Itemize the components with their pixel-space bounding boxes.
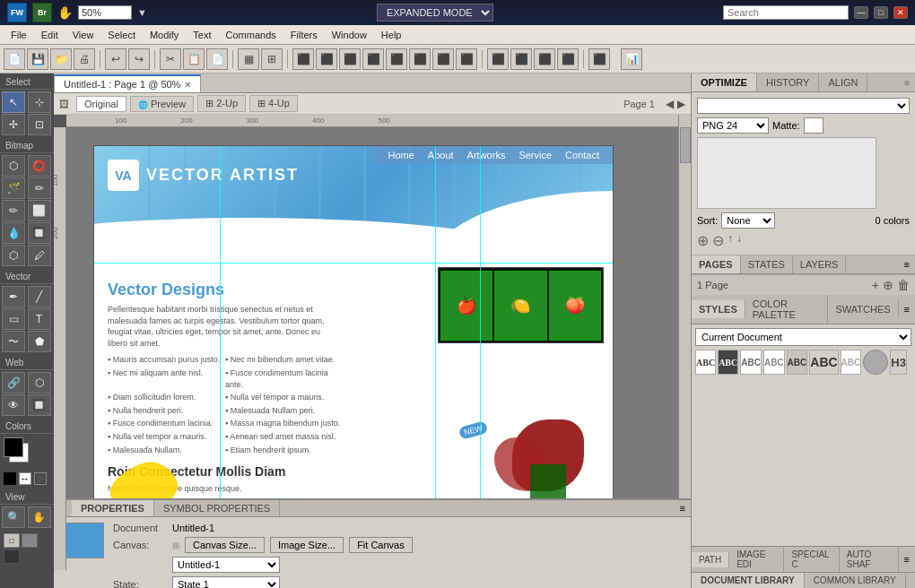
style-swatch-2[interactable]: ABC — [718, 350, 738, 375]
default-colors-btn[interactable] — [4, 472, 16, 485]
nav-about[interactable]: About — [428, 150, 454, 160]
special-chars-tab[interactable]: SPECIAL C — [784, 547, 839, 572]
rubber-stamp-tool[interactable]: 🔲 — [28, 222, 51, 244]
canvas-size-btn[interactable]: Canvas Size... — [185, 537, 265, 553]
doc-styles-select[interactable]: Current Document — [695, 328, 911, 346]
dist-btn-2[interactable]: ⬛ — [510, 48, 532, 70]
ungroup-btn[interactable]: ⊞ — [261, 48, 283, 70]
styles-tab-btn[interactable]: STYLES — [692, 300, 745, 318]
history-tab[interactable]: HISTORY — [757, 74, 820, 91]
paste-btn[interactable]: 📄 — [206, 48, 228, 70]
save-btn[interactable]: 💾 — [27, 48, 48, 70]
nav-artworks[interactable]: Artworks — [467, 150, 506, 160]
sort-select[interactable]: None — [721, 212, 775, 229]
redo-btn[interactable]: ↪ — [128, 48, 150, 70]
align-tab[interactable]: ALIGN — [819, 74, 867, 91]
prop-state-select[interactable]: State 1 — [172, 576, 280, 588]
swatches-tab-btn[interactable]: SWATCHES — [828, 300, 898, 318]
format-dropdown[interactable] — [697, 98, 910, 114]
style-swatch-h3-label[interactable]: H3 — [890, 350, 907, 375]
full-screen-no-menu-btn[interactable] — [4, 549, 20, 564]
minimize-button[interactable]: — — [854, 6, 868, 19]
prop-tab-symbol[interactable]: SYMBOL PROPERTIES — [154, 500, 280, 516]
dodge-tool[interactable]: ⬡ — [2, 245, 25, 266]
common-library-tab[interactable]: COMMON LIBRARY — [805, 573, 906, 588]
undo-btn[interactable]: ↩ — [105, 48, 126, 70]
brush-tool[interactable]: ✏ — [28, 177, 51, 199]
view-preview[interactable]: 🌐 Preview — [130, 96, 194, 112]
marquee-tool[interactable]: ⬡ — [2, 155, 25, 177]
hand-tool[interactable]: ✋ — [28, 506, 51, 528]
color-palette-tab-btn[interactable]: COLOR PALETTE — [745, 295, 829, 324]
menu-help[interactable]: Help — [374, 28, 409, 42]
pen-tool[interactable]: ✒ — [2, 286, 25, 307]
reshape-tool[interactable]: ⬟ — [28, 331, 51, 352]
menu-filters[interactable]: Filters — [283, 28, 325, 42]
states-tab[interactable]: STATES — [741, 255, 793, 273]
menu-modify[interactable]: Modify — [143, 28, 186, 42]
doc-library-tab[interactable]: DOCUMENT LIBRARY — [692, 573, 805, 588]
blur-tool[interactable]: 💧 — [2, 222, 25, 244]
menu-commands[interactable]: Commands — [219, 28, 283, 42]
dist-btn-3[interactable]: ⬛ — [534, 48, 555, 70]
path-tab[interactable]: PATH — [692, 552, 729, 567]
magic-wand-tool[interactable]: 🪄 — [2, 177, 25, 199]
doc-tab-1[interactable]: Untitled-1 : Page 1 @ 50% ✕ — [54, 74, 201, 92]
select-behind-tool[interactable]: ⊹ — [28, 91, 51, 113]
delete-color-btn[interactable]: ⊖ — [712, 232, 724, 249]
stroke-color-box[interactable] — [4, 437, 23, 457]
group-btn[interactable]: ▦ — [238, 48, 259, 70]
tab-close-btn[interactable]: ✕ — [184, 80, 191, 90]
pointer-tool[interactable]: ↖ — [2, 91, 25, 113]
prop-tab-properties[interactable]: PROPERTIES — [72, 500, 154, 516]
scroll-v-thumb[interactable] — [680, 127, 691, 163]
close-button[interactable]: ✕ — [893, 6, 908, 19]
align-btn-6[interactable]: ⬛ — [409, 48, 431, 70]
hotspot-tool[interactable]: 🔗 — [2, 372, 25, 393]
layers-tab[interactable]: LAYERS — [793, 255, 847, 273]
style-swatch-3[interactable]: ABC — [740, 350, 762, 375]
scale-tool[interactable]: ✢ — [2, 114, 25, 135]
show-slices-btn[interactable]: 🔲 — [28, 394, 51, 416]
freeform-tool[interactable]: 〜 — [2, 331, 25, 352]
sort-desc-btn[interactable]: ↓ — [736, 232, 742, 249]
cut-btn[interactable]: ✂ — [160, 48, 181, 70]
swap-colors-btn[interactable]: ↔ — [19, 472, 31, 485]
rectangle-tool[interactable]: ▭ — [2, 308, 25, 330]
align-btn-8[interactable]: ⬛ — [456, 48, 477, 70]
slice-tool[interactable]: ⬡ — [28, 372, 51, 393]
hide-slices-btn[interactable]: 👁 — [2, 394, 25, 416]
next-page-btn[interactable]: ▶ — [677, 98, 685, 110]
pencil-tool[interactable]: ✏ — [2, 200, 25, 221]
duplicate-page-btn[interactable]: ⊕ — [883, 278, 893, 292]
style-swatch-1[interactable]: ABC — [695, 350, 716, 375]
menu-select[interactable]: Select — [100, 28, 143, 42]
style-swatch-h3[interactable]: ABC — [809, 350, 838, 375]
menu-text[interactable]: Text — [186, 28, 218, 42]
align-btn-4[interactable]: ⬛ — [362, 48, 384, 70]
nav-home[interactable]: Home — [388, 150, 414, 160]
info-btn[interactable]: 📊 — [621, 48, 642, 70]
view-original[interactable]: Original — [76, 96, 126, 112]
image-edit-tab[interactable]: IMAGE EDI — [729, 547, 784, 572]
pages-tab[interactable]: PAGES — [692, 255, 741, 273]
mode-selector[interactable]: EXPANDED MODE — [377, 4, 493, 22]
eyedropper-tool[interactable]: 🖊 — [28, 245, 51, 266]
nav-contact[interactable]: Contact — [565, 150, 599, 160]
style-swatch-circle[interactable] — [863, 350, 888, 375]
align-btn-3[interactable]: ⬛ — [339, 48, 361, 70]
search-input[interactable] — [723, 5, 849, 20]
lasso-tool[interactable]: ⭕ — [28, 155, 51, 177]
fit-canvas-btn[interactable]: Fit Canvas — [349, 537, 413, 553]
dist-btn-4[interactable]: ⬛ — [557, 48, 579, 70]
canvas-area[interactable]: VA VECTOR ARTIST Home About Artworks Ser… — [66, 127, 678, 558]
zoom-dropdown-icon[interactable]: ▼ — [137, 7, 147, 18]
delete-page-btn[interactable]: 🗑 — [897, 278, 910, 292]
menu-edit[interactable]: Edit — [34, 28, 65, 42]
eraser-tool[interactable]: ⬜ — [28, 200, 51, 221]
zoom-input[interactable] — [78, 5, 132, 20]
open-btn[interactable]: 📁 — [50, 48, 72, 70]
print-btn[interactable]: 🖨 — [74, 48, 95, 70]
style-swatch-4[interactable]: ABC — [763, 350, 785, 375]
auto-shapes-tab[interactable]: AUTO SHAF — [840, 547, 899, 572]
